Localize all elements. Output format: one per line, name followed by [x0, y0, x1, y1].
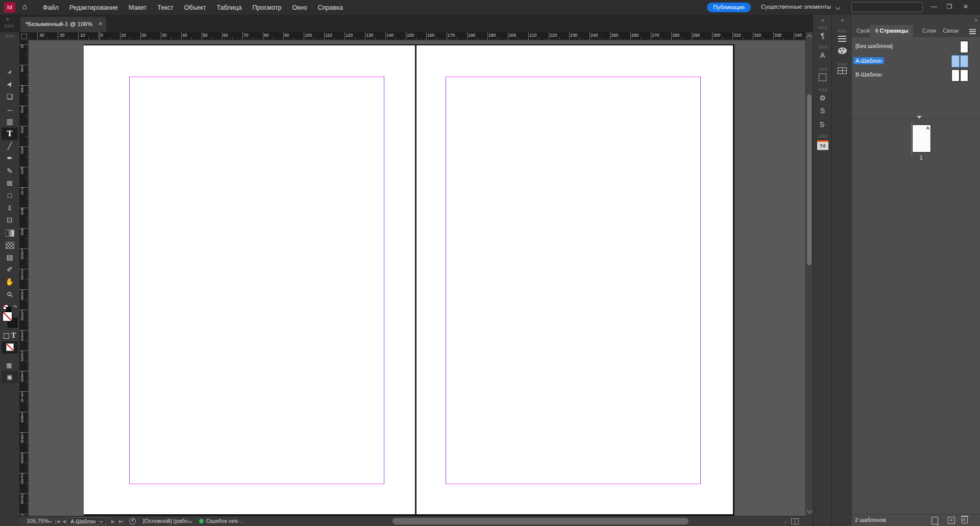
master-thumbnail[interactable] — [951, 55, 960, 67]
menu-2[interactable]: Макет — [129, 4, 146, 11]
menu-8[interactable]: Справка — [318, 4, 343, 11]
document-tab-close-icon[interactable]: ✕ — [99, 21, 103, 27]
zoom-level-value[interactable]: 105,75% — [27, 518, 48, 524]
formatting-affects-container-icon[interactable] — [4, 333, 9, 339]
tab-layers[interactable]: Слои — [922, 28, 936, 34]
toolbar-expand-icon[interactable]: » — [6, 16, 9, 22]
window-close-button[interactable]: ✕ — [961, 3, 971, 10]
page-master-chevron-icon[interactable] — [98, 518, 106, 524]
menu-5[interactable]: Таблица — [216, 4, 241, 11]
spread[interactable] — [84, 44, 734, 516]
apply-none-button[interactable] — [2, 341, 18, 354]
previous-page-button[interactable]: ◀ — [62, 519, 66, 524]
frame-grid-panel[interactable] — [813, 73, 832, 83]
preflight-status[interactable]: Ошибок нет — [206, 518, 237, 524]
menu-3[interactable]: Текст — [157, 4, 173, 11]
cell-view-icon[interactable]: ▦ — [6, 362, 12, 369]
next-page-button[interactable]: ▶ — [111, 519, 115, 524]
swap-fill-stroke-icon[interactable]: ↷ — [13, 304, 17, 310]
first-page-button[interactable]: |◀ — [55, 519, 60, 524]
master-thumbnail[interactable] — [960, 55, 968, 67]
dock-grip[interactable] — [819, 68, 827, 71]
edit-page-size-icon[interactable] — [932, 517, 938, 524]
dock-grip[interactable] — [819, 135, 827, 138]
publish-button[interactable]: Публикация — [707, 3, 751, 12]
new-page-icon[interactable]: + — [948, 517, 955, 524]
menu-1[interactable]: Редактирование — [69, 4, 118, 11]
panel-collapse-icon[interactable]: » — [974, 17, 977, 23]
dock-collapse-icon[interactable]: « — [813, 17, 832, 23]
dock-grip[interactable] — [819, 45, 827, 48]
selection-tool[interactable]: ➢ — [0, 66, 19, 78]
master-thumbnail[interactable] — [951, 69, 960, 82]
master-row[interactable]: В-Шаблон — [852, 68, 980, 83]
pasteboard[interactable] — [29, 40, 805, 516]
preflight-gauge-icon[interactable] — [129, 518, 136, 524]
menu-4[interactable]: Объект — [184, 4, 206, 11]
pen-tool[interactable]: ✒ — [0, 152, 19, 164]
vertical-scrollbar[interactable] — [805, 32, 813, 516]
ruler-origin-corner[interactable] — [19, 32, 29, 41]
ted-plugin-panel[interactable]: Td — [813, 140, 832, 150]
eyedropper-tool[interactable]: ✐ — [0, 263, 19, 275]
page-1-thumbnail[interactable]: A — [912, 124, 931, 153]
character-styles-panel[interactable]: A — [813, 51, 832, 59]
pencil-tool[interactable]: ✎ — [0, 165, 19, 177]
gradient-feather-tool[interactable] — [0, 239, 19, 251]
window-restore-button[interactable]: ❐ — [944, 3, 954, 10]
content-collector-tool[interactable]: ▥ — [0, 115, 19, 128]
paragraph-styles-panel[interactable]: ¶ — [813, 32, 832, 40]
hand-tool[interactable]: ✋ — [0, 275, 19, 288]
page-tool[interactable]: ❏ — [0, 90, 19, 103]
last-page-button[interactable]: ▶| — [119, 519, 124, 524]
menu-7[interactable]: Окно — [292, 4, 307, 11]
master-thumbnail[interactable] — [960, 41, 968, 53]
free-transform-tool[interactable]: ⊡ — [0, 214, 19, 226]
direct-selection-tool[interactable]: ➤ — [0, 78, 19, 90]
layout-selector[interactable]: [Основной] (рабо... — [143, 518, 192, 524]
rectangle-tool[interactable]: □ — [0, 189, 19, 202]
tab-pages[interactable]: ◊ Страницы — [870, 25, 913, 37]
delete-page-icon[interactable] — [962, 517, 968, 523]
line-tool[interactable]: ╱ — [0, 140, 19, 152]
zoom-tool[interactable]: ⚲ — [0, 288, 19, 300]
panel-menu-icon[interactable] — [969, 29, 976, 30]
document-tab[interactable]: *Безымянный-1 @ 106% ✕ — [20, 17, 106, 32]
dock-grip[interactable] — [819, 88, 827, 91]
formatting-affects-text-icon[interactable]: T — [11, 332, 16, 339]
type-tool[interactable]: T — [2, 128, 18, 140]
swatches-panel[interactable] — [832, 47, 852, 56]
menu-6[interactable]: Просмотр — [252, 4, 281, 11]
master-row[interactable]: [Без шаблона] — [852, 40, 980, 54]
tab-links[interactable]: Связи — [943, 28, 959, 34]
menu-0[interactable]: Файл — [43, 4, 59, 11]
stroke-panel[interactable] — [832, 35, 852, 43]
workspace-switcher[interactable]: Существенные элементы — [761, 4, 831, 10]
dock-grip[interactable] — [838, 63, 846, 66]
screen-mode-button[interactable]: ▣ — [2, 371, 18, 383]
zoom-level-chevron-icon[interactable] — [48, 519, 52, 523]
master-row[interactable]: А-Шаблон — [852, 54, 980, 68]
vertical-ruler[interactable]: 01 02 03 04 05 06 07 08 09 01 0 01 1 01 … — [19, 40, 29, 516]
home-icon[interactable]: ⌂ — [22, 2, 27, 11]
fill-swatch[interactable] — [3, 312, 12, 321]
adobe-stock-panel[interactable]: S — [813, 107, 832, 115]
stock-license-panel[interactable]: S▫ — [813, 120, 832, 129]
scroll-down-icon[interactable] — [806, 507, 812, 513]
split-view-icon[interactable] — [791, 518, 799, 524]
scissors-tool[interactable]: ✂ — [0, 202, 19, 214]
workspace-chevron-icon[interactable] — [836, 5, 841, 10]
vertical-scrollbar-thumb[interactable] — [807, 94, 812, 265]
search-input[interactable] — [851, 2, 923, 12]
page-master-dropdown[interactable]: А-Шаблон — [67, 517, 106, 525]
window-minimize-button[interactable]: — — [929, 3, 939, 10]
plugins-panel[interactable]: ⚙ — [813, 94, 832, 102]
dock-collapse-icon[interactable]: « — [832, 17, 852, 23]
horizontal-ruler[interactable]: 3020100102030405060708090100110120130140… — [29, 32, 805, 41]
dock-grip[interactable] — [819, 26, 827, 29]
cc-libraries-panel[interactable] — [832, 67, 852, 76]
scroll-up-icon[interactable] — [806, 34, 812, 40]
hscroll-left-icon[interactable]: ‹ — [241, 519, 243, 525]
dock-grip[interactable] — [838, 30, 846, 33]
gap-tool[interactable]: ↔ — [0, 103, 19, 115]
